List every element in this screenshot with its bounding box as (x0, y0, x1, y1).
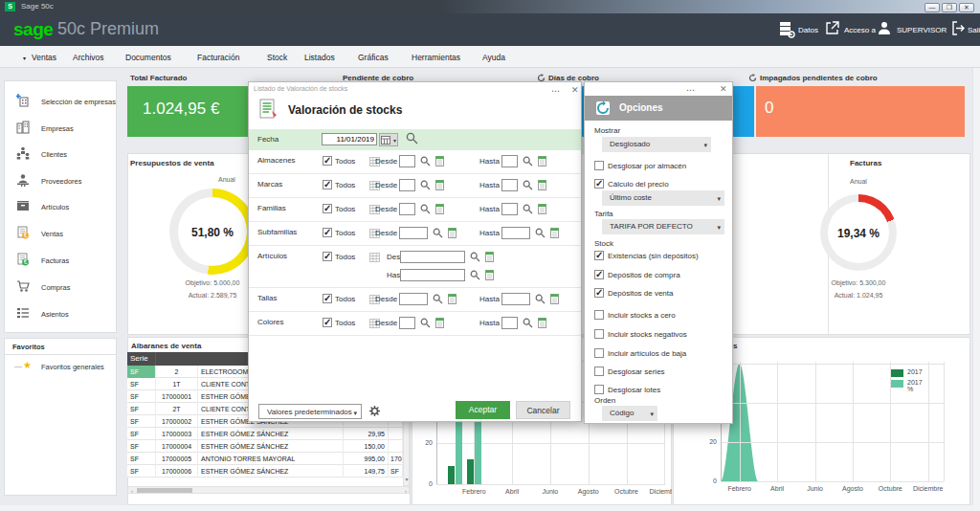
table-row[interactable]: SF 17000004 ESTHER GÓMEZ SÁNCHEZ 150,00 (127, 440, 403, 453)
mostrar-dropdown[interactable]: Desglosado (602, 137, 711, 152)
menu-documentos[interactable]: Documentos (125, 53, 171, 62)
sidebar-item-asientos[interactable]: Asientos (14, 305, 118, 326)
menu-listados[interactable]: Listados (304, 53, 335, 62)
search-icon[interactable] (523, 318, 533, 328)
list-report-icon[interactable] (550, 294, 559, 304)
table-row[interactable]: SF 17000003 ESTHER GÓMEZ SÁNCHEZ 29,95 (127, 428, 403, 440)
search-icon[interactable] (470, 252, 480, 262)
sidebar-item-empresas[interactable]: Empresas (14, 120, 118, 141)
calculo-precio-checkbox[interactable] (594, 179, 604, 189)
search-icon[interactable] (523, 156, 533, 167)
datos-button[interactable]: Datos (779, 13, 827, 46)
list-report-icon[interactable] (435, 204, 444, 214)
list-report-icon[interactable] (448, 294, 457, 304)
table-row[interactable]: SF 17000006 ESTHER GÓMEZ SÁNCHEZ 149,75 … (127, 465, 403, 478)
hasta-input[interactable] (501, 293, 530, 305)
list-report-icon[interactable] (538, 156, 546, 167)
main-vscrollbar[interactable] (972, 68, 980, 511)
list-report-icon[interactable] (485, 252, 494, 262)
table-hscrollbar[interactable]: ‹ › (127, 486, 410, 494)
hasta-input[interactable] (501, 227, 530, 239)
sidebar-item-proveedores[interactable]: Proveedores (14, 172, 118, 193)
col-serie[interactable]: Serie (127, 352, 156, 366)
sidebar-item-seleccion-de-empresas[interactable]: Selección de empresas (14, 93, 118, 114)
desglosar-almacen-checkbox[interactable] (594, 161, 604, 170)
refresh-icon[interactable] (748, 74, 757, 82)
menu-stock[interactable]: Stock (267, 53, 287, 62)
todos-checkbox[interactable] (323, 252, 332, 261)
search-icon[interactable] (420, 156, 431, 167)
orden-dropdown[interactable]: Código (602, 406, 657, 421)
table-row[interactable]: SF 17000005 ANTONIO TORRES MAYORAL 995,0… (127, 453, 403, 465)
desde-input[interactable] (399, 179, 415, 191)
menu-ayuda[interactable]: Ayuda (482, 53, 505, 62)
menu-herramientas[interactable]: Herramientas (412, 53, 460, 62)
cancelar-button[interactable]: Cancelar (516, 401, 570, 419)
close-button[interactable]: ✕ (959, 3, 974, 12)
menu-facturacion[interactable]: Facturación (197, 53, 239, 62)
list-report-icon[interactable] (435, 318, 444, 328)
option-checkbox[interactable] (594, 288, 604, 298)
hasta-input[interactable] (501, 155, 518, 167)
menu-ventas[interactable]: Ventas (32, 53, 56, 62)
menu-graficas[interactable]: Gráficas (358, 53, 389, 62)
user-button[interactable]: SUPERVISOR (878, 13, 947, 46)
options-close-icon[interactable]: ✕ (720, 84, 727, 94)
presets-dropdown[interactable]: Valores predeterminados (258, 404, 362, 419)
maximize-button[interactable]: ❐ (942, 3, 957, 12)
hasta-input[interactable] (501, 179, 518, 191)
option-checkbox[interactable] (594, 348, 604, 358)
desde-input[interactable] (399, 155, 415, 167)
search-icon[interactable] (420, 180, 431, 190)
hasta-input[interactable] (501, 203, 518, 215)
hasta-input[interactable] (501, 317, 518, 329)
desde-input[interactable] (399, 293, 428, 305)
desde-input[interactable] (399, 317, 415, 329)
todos-checkbox[interactable] (323, 318, 332, 327)
salir-button[interactable]: Salir (951, 13, 980, 46)
hasta-input[interactable] (400, 269, 465, 281)
list-report-icon[interactable] (448, 228, 457, 238)
list-report-icon[interactable] (435, 156, 444, 167)
tarifa-dropdown[interactable]: TARIFA POR DEFECTO (602, 219, 724, 234)
option-checkbox[interactable] (594, 270, 604, 279)
option-checkbox[interactable] (594, 367, 604, 376)
options-more-icon[interactable]: ⋯ (686, 85, 696, 95)
desde-input[interactable] (399, 203, 415, 215)
search-icon[interactable] (523, 180, 533, 190)
calendar-button[interactable]: ▾ (379, 133, 398, 146)
list-report-icon[interactable] (435, 180, 444, 190)
todos-checkbox[interactable] (323, 156, 332, 166)
fecha-input[interactable] (322, 133, 377, 145)
dialog-close-icon[interactable]: ✕ (571, 85, 579, 95)
list-report-icon[interactable] (538, 318, 546, 328)
search-icon[interactable] (535, 294, 546, 304)
calculo-dropdown[interactable]: Último coste (602, 190, 724, 206)
desde-input[interactable] (400, 251, 465, 263)
grid-select-icon[interactable] (369, 253, 380, 262)
minimize-button[interactable]: — (924, 3, 940, 12)
todos-checkbox[interactable] (323, 294, 332, 303)
option-checkbox[interactable] (594, 385, 604, 394)
search-icon[interactable] (420, 204, 431, 214)
search-icon[interactable] (535, 228, 546, 238)
option-checkbox[interactable] (594, 310, 604, 320)
list-report-icon[interactable] (538, 180, 546, 190)
gear-icon[interactable] (368, 405, 381, 417)
search-icon[interactable] (420, 318, 431, 328)
todos-checkbox[interactable] (323, 228, 332, 237)
aceptar-button[interactable]: Aceptar (456, 401, 510, 419)
sidebar-item-facturas[interactable]: € Facturas (14, 252, 118, 273)
option-checkbox[interactable] (594, 329, 604, 339)
acceso-a-button[interactable]: Acceso a (825, 13, 879, 46)
menu-archivos[interactable]: Archivos (73, 53, 104, 62)
todos-checkbox[interactable] (323, 204, 332, 213)
search-icon[interactable] (470, 270, 480, 280)
search-icon[interactable] (433, 228, 443, 238)
sidebar-item-articulos[interactable]: Artículos (14, 198, 118, 219)
desde-input[interactable] (399, 227, 428, 239)
search-icon[interactable] (433, 294, 443, 304)
sidebar-item-clientes[interactable]: Clientes (14, 145, 118, 167)
search-icon[interactable] (523, 204, 533, 214)
dialog-more-icon[interactable]: ⋯ (551, 86, 561, 96)
